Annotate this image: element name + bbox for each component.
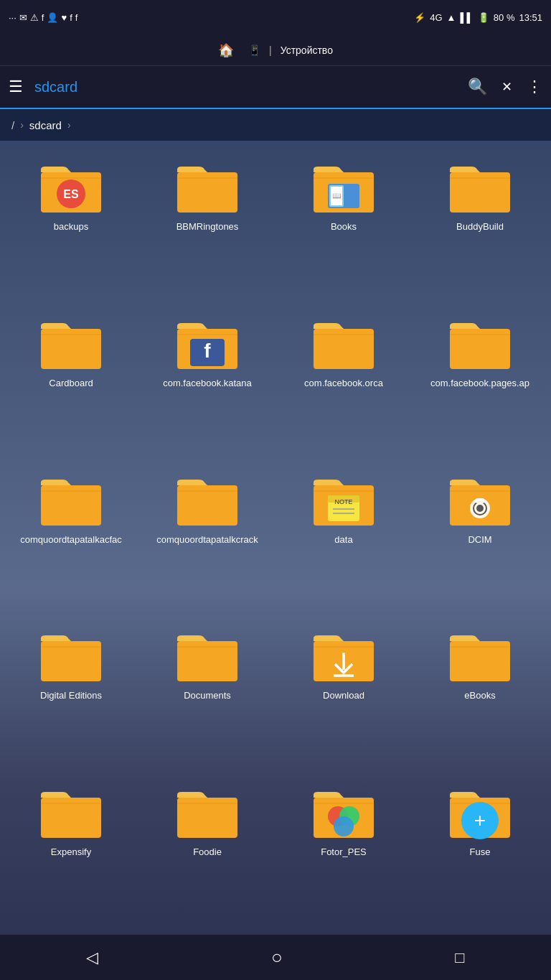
folder-label-fuse: Fuse <box>470 846 491 859</box>
folder-item-data[interactable]: NOTE data <box>278 462 409 613</box>
svg-text:f: f <box>204 340 211 362</box>
device-label: Устройство <box>281 45 333 56</box>
folder-item-com_facebook_katana[interactable]: f com.facebook.katana <box>142 306 273 457</box>
folder-item-foodie[interactable]: Foodie <box>142 775 273 925</box>
svg-text:NOTE: NOTE <box>334 498 352 505</box>
wifi-icon: ▲ <box>447 12 456 23</box>
folder-icon-buddybuild <box>444 157 516 217</box>
folder-item-fuse[interactable]: + Fuse <box>415 775 545 925</box>
folder-label-books: Books <box>331 221 357 233</box>
folder-item-com_facebook_orca[interactable]: com.facebook.orca <box>278 306 409 457</box>
folder-icon-ebooks <box>444 625 516 686</box>
folder-icon-books: 📖 <box>308 157 380 217</box>
home-nav-icon[interactable]: 🏠 <box>218 42 234 58</box>
folder-label-foodie: Foodie <box>193 846 222 859</box>
folder-icon-com_facebook_katana: f <box>171 313 243 373</box>
folder-item-ebooks[interactable]: eBooks <box>415 618 545 769</box>
search-button[interactable]: 🔍 <box>468 78 487 96</box>
toolbar-title: sdcard <box>34 79 468 95</box>
folder-icon-cardboard <box>35 313 107 373</box>
folder-icon-dcim <box>444 470 516 530</box>
folder-label-fotor_pes: Fotor_PES <box>321 846 367 859</box>
status-left: ··· ✉ ⚠ f 👤 ♥ f f <box>9 12 77 23</box>
back-button[interactable]: ◁ <box>86 948 98 967</box>
svg-rect-40 <box>476 498 484 503</box>
close-button[interactable]: ✕ <box>501 79 512 95</box>
folder-icon-com_facebook_orca <box>308 313 380 373</box>
facebook-icon: f <box>42 12 44 23</box>
folder-label-comquoordtapatalkcrack: comquoordtapatalkcrack <box>156 534 258 546</box>
nav-separator: | <box>269 45 272 56</box>
folder-label-documents: Documents <box>184 690 231 702</box>
folder-icon-comquoordtapatalkacfac <box>35 470 107 530</box>
folder-item-documents[interactable]: Documents <box>142 618 273 769</box>
folder-item-buddybuild[interactable]: BuddyBuild <box>415 149 545 300</box>
folder-icon-digital_editions <box>35 625 107 686</box>
folder-item-comquoordtapatalkacfac[interactable]: comquoordtapatalkacfac <box>6 462 136 613</box>
folder-icon-documents <box>171 625 243 686</box>
notification-dots: ··· <box>9 12 17 23</box>
network-icon: 4G <box>430 12 442 23</box>
contact-icon: 👤 <box>47 12 58 23</box>
folder-icon-expensify <box>35 782 107 842</box>
svg-text:📖: 📖 <box>332 191 342 200</box>
folder-icon-download <box>308 625 380 686</box>
folder-item-expensify[interactable]: Expensify <box>6 775 136 925</box>
more-button[interactable]: ⋮ <box>527 78 542 96</box>
fb3-icon: f <box>75 12 78 23</box>
device-nav-icon[interactable]: 📱 <box>248 45 260 56</box>
folder-item-books[interactable]: 📖 Books <box>278 149 409 300</box>
folder-item-cardboard[interactable]: Cardboard <box>6 306 136 457</box>
fb2-icon: f <box>70 12 72 23</box>
folder-item-comquoordtapatalkcrack[interactable]: comquoordtapatalkcrack <box>142 462 273 613</box>
folder-label-bbmringtones: BBMRingtones <box>176 221 239 233</box>
email-icon: ✉ <box>19 12 27 23</box>
folder-label-com_facebook_pages: com.facebook.pages.ap <box>430 378 529 390</box>
folder-icon-bbmringtones <box>171 157 243 217</box>
breadcrumb-current[interactable]: sdcard <box>29 119 62 131</box>
folder-label-expensify: Expensify <box>51 846 91 859</box>
folder-icon-comquoordtapatalkcrack <box>171 470 243 530</box>
time: 13:51 <box>519 12 542 23</box>
toolbar: ☰ sdcard 🔍 ✕ ⋮ <box>0 66 551 109</box>
folder-item-backups[interactable]: ES backups <box>6 149 136 300</box>
folder-label-ebooks: eBooks <box>464 690 495 702</box>
bluetooth-icon: ⚡ <box>414 12 425 23</box>
folder-icon-fotor_pes <box>308 782 380 842</box>
folder-label-dcim: DCIM <box>468 534 491 546</box>
breadcrumb-arrow1: › <box>20 119 24 131</box>
file-grid: ES backups BBMRingtones 📖 Books BuddyBui… <box>0 141 551 934</box>
nav-tabs: 🏠 📱 | Устройство <box>0 34 551 66</box>
folder-label-com_facebook_orca: com.facebook.orca <box>304 378 383 390</box>
folder-item-dcim[interactable]: DCIM <box>415 462 545 613</box>
bottom-nav: ◁ ○ □ <box>0 934 551 980</box>
folder-label-digital_editions: Digital Editions <box>40 690 102 702</box>
folder-label-backups: backups <box>54 221 88 233</box>
recent-button[interactable]: □ <box>455 948 464 967</box>
home-button[interactable]: ○ <box>271 946 283 969</box>
folder-item-download[interactable]: Download <box>278 618 409 769</box>
svg-point-59 <box>334 816 354 836</box>
folder-icon-com_facebook_pages <box>444 313 516 373</box>
breadcrumb-root[interactable]: / <box>11 119 14 131</box>
menu-button[interactable]: ☰ <box>9 78 23 96</box>
status-right: ⚡ 4G ▲ ▌▌ 🔋 80 % 13:51 <box>414 12 542 23</box>
folder-item-fotor_pes[interactable]: Fotor_PES <box>278 775 409 925</box>
folder-item-bbmringtones[interactable]: BBMRingtones <box>142 149 273 300</box>
battery-icon: 🔋 <box>478 12 489 23</box>
svg-text:+: + <box>474 809 486 831</box>
folder-icon-data: NOTE <box>308 470 380 530</box>
heart-icon: ♥ <box>61 12 67 23</box>
folder-label-download: Download <box>323 690 364 702</box>
folder-label-buddybuild: BuddyBuild <box>456 221 504 233</box>
folder-item-com_facebook_pages[interactable]: com.facebook.pages.ap <box>415 306 545 457</box>
status-bar: ··· ✉ ⚠ f 👤 ♥ f f ⚡ 4G ▲ ▌▌ 🔋 80 % 13:51 <box>0 0 551 34</box>
folder-icon-foodie <box>171 782 243 842</box>
toolbar-actions: 🔍 ✕ ⋮ <box>468 78 542 96</box>
folder-item-digital_editions[interactable]: Digital Editions <box>6 618 136 769</box>
signal-icon: ▌▌ <box>460 12 473 23</box>
folder-label-data: data <box>334 534 352 546</box>
folder-icon-backups: ES <box>35 157 107 217</box>
alert-icon: ⚠ <box>30 12 39 23</box>
battery-percent: 80 % <box>494 12 515 23</box>
